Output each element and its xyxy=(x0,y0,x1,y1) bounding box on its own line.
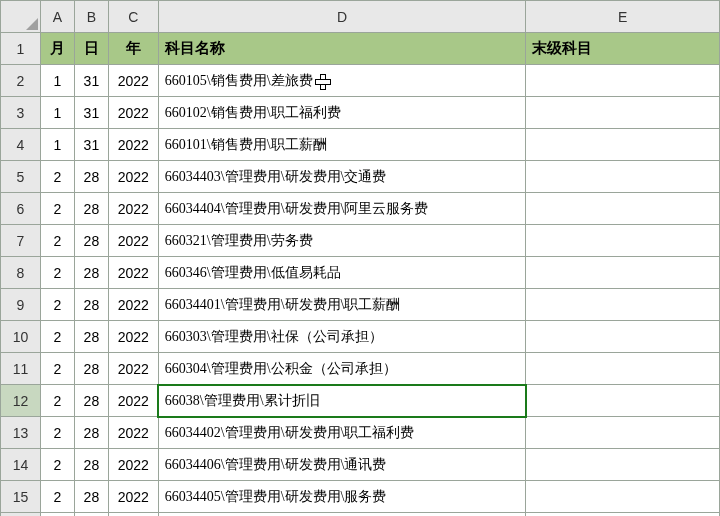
cell[interactable]: 660321\管理费用\劳务费 xyxy=(158,225,525,257)
cell[interactable]: 66038\管理费用\累计折旧 xyxy=(158,385,525,417)
cell[interactable]: 2 xyxy=(40,225,74,257)
cell[interactable] xyxy=(526,97,720,129)
cell[interactable] xyxy=(526,65,720,97)
row-header[interactable]: 6 xyxy=(1,193,41,225)
cell[interactable]: 2 xyxy=(40,161,74,193)
cell[interactable] xyxy=(526,385,720,417)
cell[interactable]: 2022 xyxy=(108,161,158,193)
cell[interactable]: 2022 xyxy=(108,481,158,513)
col-header-E[interactable]: E xyxy=(526,1,720,33)
cell[interactable]: 2022 xyxy=(108,385,158,417)
cell[interactable] xyxy=(158,513,525,517)
row-header[interactable]: 9 xyxy=(1,289,41,321)
cell[interactable]: 660105\销售费用\差旅费 xyxy=(158,65,525,97)
cell[interactable]: 28 xyxy=(74,385,108,417)
cell[interactable]: 2022 xyxy=(108,97,158,129)
cell[interactable]: 66034405\管理费用\研发费用\服务费 xyxy=(158,481,525,513)
cell[interactable] xyxy=(526,289,720,321)
row-header[interactable]: 12 xyxy=(1,385,41,417)
cell[interactable]: 660102\销售费用\职工福利费 xyxy=(158,97,525,129)
cell[interactable]: 31 xyxy=(74,129,108,161)
cell[interactable] xyxy=(526,193,720,225)
row-header[interactable] xyxy=(1,513,41,517)
cell[interactable]: 2 xyxy=(40,385,74,417)
cell[interactable]: 1 xyxy=(40,65,74,97)
select-all-corner[interactable] xyxy=(1,1,41,33)
cell[interactable]: 2022 xyxy=(108,257,158,289)
cell[interactable]: 2 xyxy=(40,257,74,289)
cell[interactable] xyxy=(526,129,720,161)
col-header-C[interactable]: C xyxy=(108,1,158,33)
header-cell-E[interactable]: 末级科目 xyxy=(526,33,720,65)
cell[interactable]: 2022 xyxy=(108,289,158,321)
cell[interactable]: 28 xyxy=(74,257,108,289)
cell[interactable] xyxy=(526,353,720,385)
cell[interactable]: 66034406\管理费用\研发费用\通讯费 xyxy=(158,449,525,481)
row-header[interactable]: 2 xyxy=(1,65,41,97)
cell[interactable]: 2022 xyxy=(108,417,158,449)
header-cell-C[interactable]: 年 xyxy=(108,33,158,65)
col-header-D[interactable]: D xyxy=(158,1,525,33)
row-header[interactable]: 5 xyxy=(1,161,41,193)
row-header[interactable]: 7 xyxy=(1,225,41,257)
cell[interactable] xyxy=(74,513,108,517)
cell[interactable] xyxy=(526,161,720,193)
cell[interactable]: 660101\销售费用\职工薪酬 xyxy=(158,129,525,161)
cell[interactable] xyxy=(526,417,720,449)
cell[interactable] xyxy=(526,449,720,481)
header-cell-B[interactable]: 日 xyxy=(74,33,108,65)
cell[interactable] xyxy=(108,513,158,517)
cell[interactable]: 66034403\管理费用\研发费用\交通费 xyxy=(158,161,525,193)
cell[interactable]: 28 xyxy=(74,193,108,225)
cell[interactable] xyxy=(526,225,720,257)
cell[interactable]: 660346\管理费用\低值易耗品 xyxy=(158,257,525,289)
cell[interactable]: 28 xyxy=(74,417,108,449)
cell[interactable]: 66034404\管理费用\研发费用\阿里云服务费 xyxy=(158,193,525,225)
row-header[interactable]: 13 xyxy=(1,417,41,449)
cell[interactable]: 28 xyxy=(74,321,108,353)
cell[interactable]: 2 xyxy=(40,353,74,385)
cell[interactable]: 2022 xyxy=(108,129,158,161)
cell[interactable]: 28 xyxy=(74,481,108,513)
cell[interactable]: 1 xyxy=(40,129,74,161)
cell[interactable]: 2022 xyxy=(108,193,158,225)
header-cell-D[interactable]: 科目名称 xyxy=(158,33,525,65)
cell[interactable]: 28 xyxy=(74,225,108,257)
cell[interactable]: 66034402\管理费用\研发费用\职工福利费 xyxy=(158,417,525,449)
cell[interactable]: 2022 xyxy=(108,321,158,353)
cell[interactable]: 31 xyxy=(74,65,108,97)
cell[interactable]: 2022 xyxy=(108,449,158,481)
cell[interactable]: 28 xyxy=(74,449,108,481)
row-header[interactable]: 10 xyxy=(1,321,41,353)
cell[interactable]: 2 xyxy=(40,481,74,513)
cell[interactable]: 2 xyxy=(40,449,74,481)
cell[interactable] xyxy=(526,481,720,513)
cell[interactable]: 2022 xyxy=(108,65,158,97)
row-header[interactable]: 1 xyxy=(1,33,41,65)
cell[interactable]: 2 xyxy=(40,321,74,353)
row-header[interactable]: 4 xyxy=(1,129,41,161)
row-header[interactable]: 15 xyxy=(1,481,41,513)
cell[interactable]: 28 xyxy=(74,353,108,385)
col-header-A[interactable]: A xyxy=(40,1,74,33)
cell[interactable]: 2 xyxy=(40,417,74,449)
cell[interactable]: 2022 xyxy=(108,225,158,257)
cell[interactable]: 660303\管理费用\社保（公司承担） xyxy=(158,321,525,353)
cell[interactable]: 28 xyxy=(74,289,108,321)
cell[interactable] xyxy=(526,321,720,353)
cell[interactable] xyxy=(40,513,74,517)
cell[interactable]: 1 xyxy=(40,97,74,129)
row-header[interactable]: 14 xyxy=(1,449,41,481)
cell[interactable]: 660304\管理费用\公积金（公司承担） xyxy=(158,353,525,385)
row-header[interactable]: 11 xyxy=(1,353,41,385)
spreadsheet-grid[interactable]: A B C D E 1月日年科目名称末级科目21312022660105\销售费… xyxy=(0,0,720,516)
row-header[interactable]: 8 xyxy=(1,257,41,289)
cell[interactable]: 66034401\管理费用\研发费用\职工薪酬 xyxy=(158,289,525,321)
cell[interactable]: 31 xyxy=(74,97,108,129)
row-header[interactable]: 3 xyxy=(1,97,41,129)
cell[interactable] xyxy=(526,513,720,517)
cell[interactable] xyxy=(526,257,720,289)
cell[interactable]: 2 xyxy=(40,289,74,321)
cell[interactable]: 2022 xyxy=(108,353,158,385)
col-header-B[interactable]: B xyxy=(74,1,108,33)
